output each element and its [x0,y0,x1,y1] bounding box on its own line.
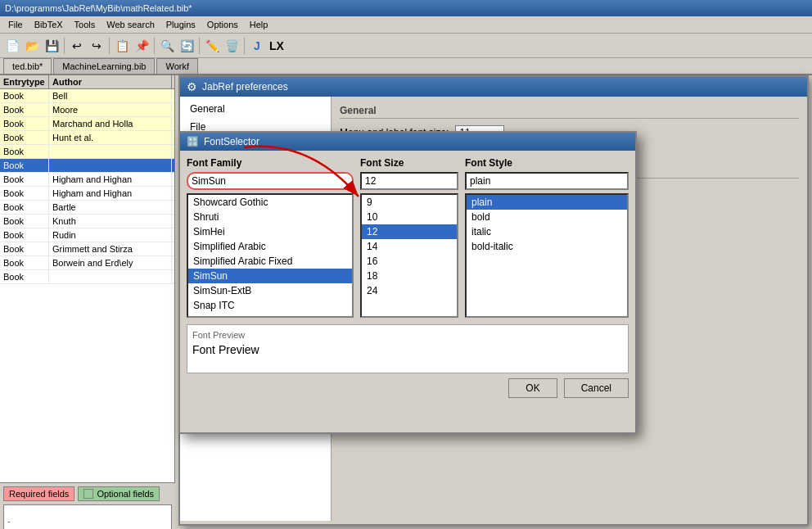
titlebar: D:\programms\JabRef\MyBib\mathRelated.bi… [0,0,812,16]
nav-general[interactable]: General [180,100,331,118]
font-dialog-title: FontSelector [204,136,259,147]
font-size-item[interactable]: 24 [362,283,457,298]
table-row-selected[interactable]: Book [0,159,174,173]
table-row[interactable]: Book Moore [0,103,174,117]
toolbar-sep-2 [109,38,110,54]
font-style-item[interactable]: italic [467,224,627,239]
font-family-input[interactable] [187,172,354,190]
font-family-item[interactable]: SimSun-ExtB [188,283,352,298]
font-style-item-selected[interactable]: plain [467,195,627,210]
table-row[interactable]: Book Bell [0,89,174,103]
menu-help[interactable]: Help [245,18,273,31]
font-dialog-icon: 🔡 [187,136,199,147]
table-row[interactable]: Book Higham and Highan [0,187,174,201]
font-cancel-button[interactable]: Cancel [564,378,629,398]
lx-btn[interactable]: LX [268,37,286,55]
font-family-item[interactable]: SimHei [188,224,352,239]
toolbar-sep-3 [154,38,155,54]
toolbar-sep-4 [199,38,200,54]
table-row[interactable]: Book Grimmett and Stirza [0,242,174,256]
entry-list: Entrytype Author Book Bell Book Moore Bo… [0,75,175,529]
font-size-item[interactable]: 18 [362,269,457,283]
font-size-item[interactable]: 16 [362,254,457,269]
font-family-item[interactable]: Snap ITC [188,298,352,313]
font-style-label: Font Style [465,157,629,169]
jabref-btn[interactable]: J [248,37,266,55]
font-size-list[interactable]: 9 10 12 14 16 18 24 [360,193,458,318]
font-size-item-selected[interactable]: 12 [362,224,457,239]
font-family-item[interactable]: Shruti [188,210,352,224]
table-row[interactable]: Book Knuth [0,215,174,228]
tab-ted[interactable]: ted.bib* [3,58,52,74]
copy-btn[interactable]: 📋 [113,37,131,55]
col-entrytype: Entrytype [0,75,49,88]
toolbar-sep-5 [244,38,245,54]
search-btn[interactable]: 🔍 [158,37,176,55]
tabs-row: ted.bib* MachineLearning.bib Workf [0,58,812,75]
col-author: Author [49,75,172,88]
font-family-item-selected[interactable]: SimSun [188,269,352,283]
tab-workf[interactable]: Workf [156,58,198,74]
font-family-item[interactable]: Showcard Gothic [188,195,352,210]
dialog-titlebar: ⚙ JabRef preferences [180,77,807,97]
font-size-input[interactable] [360,172,458,190]
table-row[interactable]: Book Higham and Highan [0,173,174,187]
paste-btn[interactable]: 📌 [133,37,151,55]
table-row[interactable]: Book Rudin [0,228,174,242]
font-size-item[interactable]: 10 [362,210,457,224]
table-row[interactable]: Book Hunt et al. [0,131,174,145]
font-family-item[interactable]: Simplified Arabic [188,239,352,254]
font-size-item[interactable]: 9 [362,195,457,210]
menu-plugins[interactable]: Plugins [161,18,201,31]
font-dialog-footer: OK Cancel [187,373,629,398]
font-family-col: Font Family Showcard Gothic Shruti SimHe… [187,157,354,318]
font-style-item[interactable]: bold-italic [467,239,627,254]
table-row[interactable]: Book [0,270,174,284]
font-selector-dialog: 🔡 FontSelector Font Family Showcard Goth… [178,131,637,434]
font-dialog-body: Font Family Showcard Gothic Shruti SimHe… [180,151,635,405]
font-style-list[interactable]: plain bold italic bold-italic [465,193,629,318]
refresh-btn[interactable]: 🔄 [178,37,196,55]
font-preview-label: Font Preview [192,330,623,340]
menu-file[interactable]: File [3,18,28,31]
entry-list-header: Entrytype Author [0,75,174,89]
table-row[interactable]: Book Borwein and Erd\ely [0,256,174,270]
font-preview-text: Font Preview [192,343,623,356]
redo-btn[interactable]: ↪ [88,37,106,55]
table-row[interactable]: Book [0,145,174,159]
menu-options[interactable]: Options [202,18,243,31]
font-dialog-titlebar: 🔡 FontSelector [180,133,635,151]
font-columns: Font Family Showcard Gothic Shruti SimHe… [187,157,629,318]
optional-color-swatch [83,489,93,499]
font-ok-button[interactable]: OK [508,378,557,398]
open-btn[interactable]: 📂 [23,37,41,55]
font-size-col: Font Size 9 10 12 14 16 18 24 [360,157,458,318]
main-area: Entrytype Author Book Bell Book Moore Bo… [0,75,812,529]
dialog-title: JabRef preferences [202,81,288,93]
menu-tools[interactable]: Tools [70,18,101,31]
new-btn[interactable]: 📄 [3,37,21,55]
font-style-item[interactable]: bold [467,210,627,224]
table-row[interactable]: Book Marchand and Holla [0,117,174,131]
font-size-label: Font Size [360,157,458,169]
optional-fields-tab[interactable]: Optional fields [78,486,160,501]
font-family-item[interactable]: Simplified Arabic Fixed [188,254,352,269]
undo-btn[interactable]: ↩ [68,37,86,55]
font-family-list[interactable]: Showcard Gothic Shruti SimHei Simplified… [187,193,354,318]
titlebar-text: D:\programms\JabRef\MyBib\mathRelated.bi… [5,3,192,13]
save-btn[interactable]: 💾 [43,37,61,55]
mark-btn[interactable]: ✏️ [203,37,221,55]
dialog-icon: ⚙ [187,80,197,93]
field-placeholder: - [7,516,11,526]
unmark-btn[interactable]: 🗑️ [223,37,241,55]
font-preview: Font Preview Font Preview [187,324,629,373]
menu-bibtex[interactable]: BibTeX [29,18,68,31]
general-section-title: General [340,105,799,119]
font-style-input[interactable] [465,172,629,190]
table-row[interactable]: Book Bartle [0,201,174,215]
tab-machinelearning[interactable]: MachineLearning.bib [53,58,155,74]
font-size-item[interactable]: 14 [362,239,457,254]
toolbar-sep-1 [64,38,65,54]
required-fields-tab[interactable]: Required fields [3,486,74,501]
menu-websearch[interactable]: Web search [102,18,160,31]
